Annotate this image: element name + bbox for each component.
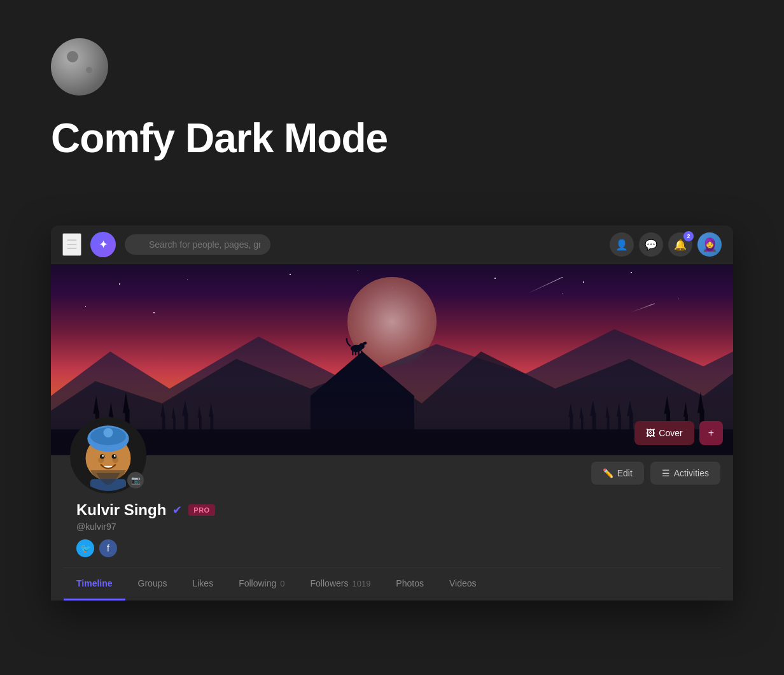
tab-count: 1019 bbox=[352, 579, 370, 588]
activities-button[interactable]: ☰ Activities bbox=[650, 462, 720, 485]
cover-photo-area: 🖼 Cover + bbox=[51, 264, 733, 455]
cover-image-icon: 🖼 bbox=[646, 428, 655, 438]
cover-button[interactable]: 🖼 Cover bbox=[634, 421, 694, 445]
profile-info: Kulvir Singh ✔ PRO @kulvir97 🐦 f bbox=[64, 494, 720, 557]
user-avatar-button[interactable]: 🧕 bbox=[697, 232, 722, 257]
messages-icon-button[interactable]: 💬 bbox=[639, 232, 663, 257]
tab-label: Photos bbox=[396, 578, 424, 588]
social-icons: 🐦 f bbox=[76, 539, 708, 557]
cover-add-button[interactable]: + bbox=[699, 421, 723, 445]
messages-icon: 💬 bbox=[645, 239, 657, 251]
navbar: ☰ ✦ 🔍 👤 💬 🔔 2 🧕 bbox=[51, 225, 733, 264]
tab-label: Timeline bbox=[76, 578, 113, 588]
svg-rect-30 bbox=[358, 351, 359, 355]
tab-count: 0 bbox=[280, 579, 284, 588]
svg-point-48 bbox=[104, 428, 113, 437]
hamburger-button[interactable]: ☰ bbox=[62, 233, 81, 256]
edit-button[interactable]: ✏️ Edit bbox=[591, 462, 644, 485]
pro-badge: PRO bbox=[188, 504, 214, 516]
search-wrapper: 🔍 bbox=[125, 234, 601, 255]
tab-followers[interactable]: Followers 1019 bbox=[298, 568, 384, 600]
profile-avatar-wrapper: 📷 bbox=[70, 417, 146, 494]
tab-label: Following bbox=[239, 578, 276, 588]
svg-rect-28 bbox=[352, 351, 353, 355]
app-title: Comfy Dark Mode bbox=[51, 115, 784, 162]
svg-point-54 bbox=[114, 455, 116, 457]
tab-likes[interactable]: Likes bbox=[179, 568, 226, 600]
svg-point-53 bbox=[102, 455, 104, 457]
tab-label: Followers bbox=[311, 578, 349, 588]
bell-icon: 🔔 bbox=[674, 239, 687, 251]
profile-name-row: Kulvir Singh ✔ PRO bbox=[76, 501, 708, 519]
hero-section: Comfy Dark Mode bbox=[0, 0, 784, 225]
profile-handle: @kulvir97 bbox=[76, 522, 708, 532]
cover-gradient-overlay bbox=[51, 379, 733, 455]
tab-following[interactable]: Following 0 bbox=[226, 568, 297, 600]
tab-timeline[interactable]: Timeline bbox=[64, 568, 125, 600]
activities-icon: ☰ bbox=[662, 468, 670, 478]
moon-icon bbox=[51, 38, 108, 96]
camera-icon-button[interactable]: 📷 bbox=[127, 472, 144, 488]
edit-icon: ✏️ bbox=[603, 468, 613, 478]
notification-badge: 2 bbox=[683, 231, 694, 241]
profile-name: Kulvir Singh bbox=[76, 501, 166, 519]
logo-button[interactable]: ✦ bbox=[90, 232, 116, 257]
friends-icon-button[interactable]: 👤 bbox=[610, 232, 634, 257]
profile-section: 📷 ✏️ Edit ☰ Activities Kulvir Singh ✔ PR… bbox=[51, 455, 733, 600]
tab-label: Likes bbox=[192, 578, 213, 588]
profile-tabs: TimelineGroupsLikesFollowing 0Followers … bbox=[64, 567, 720, 600]
notifications-icon-button[interactable]: 🔔 2 bbox=[668, 232, 692, 257]
cover-buttons: 🖼 Cover + bbox=[634, 421, 723, 445]
tab-label: Videos bbox=[449, 578, 477, 588]
user-avatar: 🧕 bbox=[702, 237, 718, 252]
facebook-icon-button[interactable]: f bbox=[99, 539, 117, 557]
twitter-icon-button[interactable]: 🐦 bbox=[76, 539, 94, 557]
svg-rect-31 bbox=[361, 351, 362, 355]
friends-icon: 👤 bbox=[615, 239, 628, 251]
profile-actions: ✏️ Edit ☰ Activities bbox=[591, 462, 720, 494]
tab-videos[interactable]: Videos bbox=[437, 568, 489, 600]
logo-symbol: ✦ bbox=[99, 238, 108, 252]
nav-icons: 👤 💬 🔔 2 🧕 bbox=[610, 232, 722, 257]
svg-rect-29 bbox=[355, 351, 356, 355]
search-input[interactable] bbox=[125, 234, 270, 255]
profile-top-row: 📷 ✏️ Edit ☰ Activities bbox=[64, 455, 720, 494]
tab-label: Groups bbox=[138, 578, 167, 588]
verified-icon: ✔ bbox=[172, 503, 182, 517]
browser-window: ☰ ✦ 🔍 👤 💬 🔔 2 🧕 bbox=[51, 225, 733, 600]
tab-groups[interactable]: Groups bbox=[125, 568, 180, 600]
tab-photos[interactable]: Photos bbox=[383, 568, 437, 600]
